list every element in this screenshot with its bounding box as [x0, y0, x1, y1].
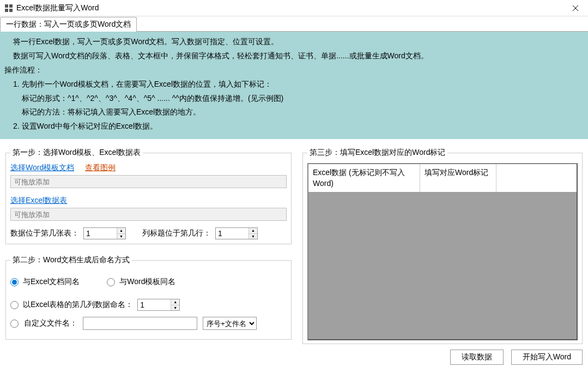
spinner-up-icon[interactable]: ▲	[249, 228, 257, 234]
spinner-up-icon[interactable]: ▲	[171, 299, 179, 305]
naming-column-value[interactable]	[138, 299, 171, 310]
view-example-link[interactable]: 查看图例	[85, 163, 116, 173]
read-data-button[interactable]: 读取数据	[450, 350, 504, 365]
instruction-line: 标记的形式：^1^、^2^、^3^、^4^、^5^ ...... ^^内的数值保…	[2, 92, 586, 106]
instruction-line: 操作流程：	[2, 63, 586, 77]
spinner-down-icon[interactable]: ▼	[117, 234, 125, 239]
naming-custom-radio[interactable]	[10, 320, 19, 328]
instructions-panel: 将一行Excel数据，写入一页或多页Word文档。写入数据可指定、位置可设置。 …	[0, 32, 588, 139]
header-row-spinner[interactable]: ▲ ▼	[215, 227, 258, 239]
step3-fieldset: 第三步：填写Excel数据对应的Word标记 Excel数据 (无标记则不写入W…	[302, 148, 583, 344]
sheet-index-spinner[interactable]: ▲ ▼	[83, 227, 126, 239]
instruction-line: 1. 先制作一个Word模板文档，在需要写入Excel数据的位置，填入如下标记：	[2, 77, 586, 92]
step2-fieldset: 第二步：Word文档生成后命名方式 与Excel文档同名 与Word模板同名 以…	[5, 255, 292, 340]
close-button[interactable]	[563, 0, 588, 16]
spinner-down-icon[interactable]: ▼	[249, 234, 257, 239]
naming-custom-option[interactable]: 自定义文件名： 序号+文件名	[10, 316, 287, 330]
instruction-line: 2. 设置Word中每个标记对应的Excel数据。	[2, 119, 586, 134]
tab-main[interactable]: 一行数据：写入一页或多页Word文档	[0, 17, 137, 32]
naming-by-column-option[interactable]: 以Excel表格的第几列数据命名： ▲ ▼	[10, 298, 287, 312]
mapping-grid[interactable]: Excel数据 (无标记则不写入Word) 填写对应Word标记	[307, 163, 578, 340]
step2-legend: 第二步：Word文档生成后命名方式	[10, 255, 132, 265]
titlebar: Excel数据批量写入Word	[0, 0, 588, 16]
naming-custom-label: 自定义文件名：	[24, 318, 77, 328]
svg-rect-2	[5, 9, 8, 12]
naming-by-column-label: 以Excel表格的第几列数据命名：	[23, 300, 133, 310]
naming-by-column-radio[interactable]	[10, 301, 19, 309]
instruction-line: 将一行Excel数据，写入一页或多页Word文档。写入数据可指定、位置可设置。	[2, 35, 586, 49]
tab-row: 一行数据：写入一页或多页Word文档	[0, 16, 588, 32]
start-write-button[interactable]: 开始写入Word	[511, 350, 583, 365]
naming-same-word-radio[interactable]	[107, 278, 115, 286]
sheet-index-label: 数据位于第几张表：	[10, 228, 79, 238]
naming-column-spinner[interactable]: ▲ ▼	[137, 299, 180, 311]
header-row-value[interactable]	[216, 228, 248, 239]
naming-same-excel-label: 与Excel文档同名	[23, 277, 80, 287]
step3-legend: 第三步：填写Excel数据对应的Word标记	[307, 148, 447, 158]
naming-same-word-option[interactable]: 与Word模板同名	[107, 275, 175, 289]
sheet-index-value[interactable]	[84, 228, 117, 239]
svg-rect-0	[5, 4, 8, 8]
header-row-label: 列标题位于第几行：	[142, 228, 211, 238]
grid-header-row: Excel数据 (无标记则不写入Word) 填写对应Word标记	[308, 164, 577, 192]
grid-col-excel-data: Excel数据 (无标记则不写入Word)	[308, 164, 420, 192]
instruction-line: 标记的方法：将标记填入需要写入Excel数据的地方。	[2, 105, 586, 119]
spinner-up-icon[interactable]: ▲	[117, 228, 125, 234]
svg-rect-1	[9, 4, 13, 8]
app-icon	[4, 4, 13, 13]
grid-col-word-marker: 填写对应Word标记	[420, 164, 496, 192]
step1-fieldset: 第一步：选择Word模板、Excel数据表 选择Word模板文档 查看图例 选择…	[5, 148, 292, 244]
custom-filename-input[interactable]	[83, 317, 197, 330]
select-excel-link[interactable]: 选择Excel数据表	[10, 196, 67, 204]
naming-same-word-label: 与Word模板同名	[119, 277, 175, 287]
naming-same-excel-option[interactable]: 与Excel文档同名	[10, 275, 80, 289]
filename-pattern-select[interactable]: 序号+文件名	[203, 317, 257, 330]
step1-legend: 第一步：选择Word模板、Excel数据表	[10, 148, 143, 158]
excel-file-input[interactable]	[10, 208, 287, 221]
naming-same-excel-radio[interactable]	[10, 278, 19, 286]
select-word-template-link[interactable]: 选择Word模板文档	[10, 163, 74, 173]
spinner-down-icon[interactable]: ▼	[171, 305, 179, 311]
word-template-input[interactable]	[10, 175, 287, 188]
window-title: Excel数据批量写入Word	[16, 3, 99, 13]
svg-rect-3	[9, 9, 13, 12]
instruction-line: 数据可写入Word文档的段落、表格、文本框中，并保留字体格式，轻松套打通知书、证…	[2, 49, 586, 63]
